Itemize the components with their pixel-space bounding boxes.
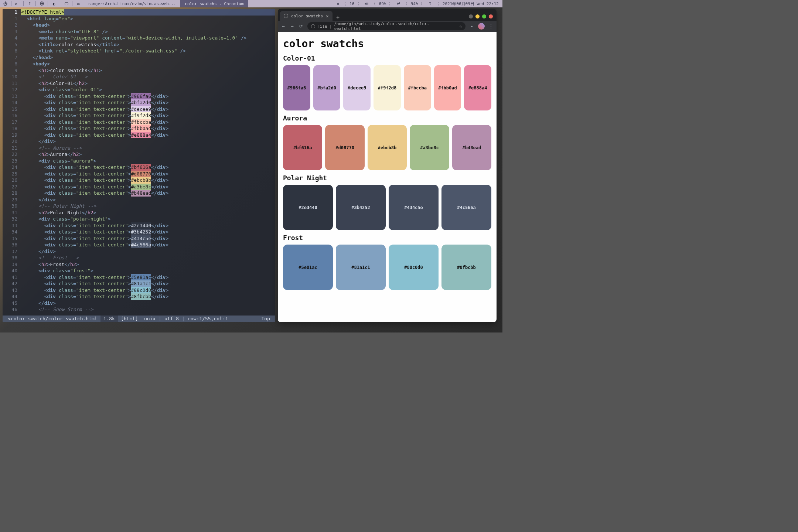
tab-favicon (284, 14, 288, 18)
close-tab-icon[interactable]: × (326, 13, 329, 19)
status-encoding: utf-8 (161, 316, 182, 322)
swatch-row-aurora: #bf616a #d08770 #ebcb8b #a3be8c #b48ead (283, 125, 491, 170)
url-text: /home/gin/web-study/color-swatch/color-s… (334, 21, 455, 31)
window-maximize-icon[interactable] (482, 14, 486, 18)
status-path: <color-swatch/color-swatch.html (5, 316, 100, 322)
taskbar-task-ranger[interactable]: ranger:Arch-Linux/nvim/vim-as-web... (83, 0, 180, 7)
back-icon[interactable]: ← (281, 24, 286, 29)
gutter: 1 (3, 9, 21, 16)
swatch: #bf616a (283, 125, 322, 170)
swatch-row-frost: #5e81ac #81a1c1 #88c0d0 #8fbcbb (283, 245, 491, 290)
circle-half-icon[interactable]: ◐ (49, 0, 59, 7)
swatch: #decee9 (343, 65, 371, 110)
taskbar-task-chromium[interactable]: color swatchs - Chromium (180, 0, 248, 7)
reload-icon[interactable]: ⟳ (299, 24, 304, 29)
swatch: #434c5e (389, 185, 439, 230)
workspace-indicator: 〈 16 〉 (341, 1, 362, 7)
swatch: #f9f2d8 (374, 65, 401, 110)
swatch: #5e81ac (283, 245, 333, 290)
new-tab-button[interactable]: + (332, 14, 343, 21)
swatch: #81a1c1 (336, 245, 386, 290)
status-size: 1.8k (100, 316, 118, 322)
swatch: #4c566a (441, 185, 491, 230)
swatch: #b48ead (452, 125, 491, 170)
group-heading-aurora: Aurora (283, 114, 491, 122)
tab-title: color swatchs (291, 14, 323, 18)
editor-statusline: <color-swatch/color-swatch.html 1.8k [ht… (3, 316, 275, 322)
swatch: #e888a4 (464, 65, 491, 110)
group-heading-frost: Frost (283, 234, 491, 242)
forward-icon[interactable]: → (290, 24, 295, 29)
group-heading-polar-night: Polar Night (283, 174, 491, 182)
swatch: #966fa6 (283, 65, 310, 110)
swatch: #a3be8c (410, 125, 449, 170)
star-icon: ✱ (336, 1, 340, 6)
menu-icon[interactable]: ⋮ (488, 24, 494, 29)
volume-value: 〈 69% 〉 (371, 1, 394, 7)
swatch: #bfa2d0 (313, 65, 341, 110)
help-icon[interactable]: ? (24, 0, 35, 7)
layout-icon[interactable]: ▭ (73, 0, 83, 7)
group-heading-color01: Color-01 (283, 54, 491, 62)
battery-icon: 🗲 (396, 1, 401, 6)
swatch: #fbccba (404, 65, 431, 110)
browser-window[interactable]: color swatchs × + ← → ⟳ ⓘ File | /home/g… (278, 9, 497, 322)
window-minimize-icon[interactable] (475, 14, 480, 18)
bookmark-icon[interactable]: ☆ (459, 24, 462, 29)
page-title: color swatchs (283, 38, 491, 50)
calendar-icon: 🗓︎ (427, 1, 433, 6)
status-filetype: [html] (118, 316, 141, 322)
swatch: #d08770 (325, 125, 364, 170)
volume-icon[interactable]: 🔊︎ (364, 1, 369, 6)
taskbar-left: ⏻ >_ ? 🌐︎ ◐ 🖵︎ ▭ ranger:Arch-Linux/nvim/… (0, 0, 248, 7)
clock: 〈 2021年06月09日 Wed 22:12 (434, 1, 500, 7)
browser-viewport[interactable]: color swatchs Color-01 #966fa6 #bfa2d0 #… (278, 32, 497, 322)
url-scheme: File (317, 24, 327, 29)
window-close-icon[interactable] (489, 14, 493, 18)
info-icon[interactable]: ⓘ (311, 24, 315, 29)
globe-icon[interactable]: 🌐︎ (37, 0, 47, 7)
swatch: #2e3440 (283, 185, 333, 230)
taskbar-right: ✱ 〈 16 〉 🔊︎ 〈 69% 〉 🗲 〈 94% 〉 🗓︎ 〈 2021年… (336, 1, 502, 7)
power-icon[interactable]: ⏻ (0, 0, 10, 7)
terminal-icon[interactable]: >_ (12, 0, 23, 7)
profile-avatar[interactable] (478, 23, 485, 30)
browser-tabbar: color swatchs × + (278, 9, 497, 21)
swatch: #3b4252 (336, 185, 386, 230)
address-bar[interactable]: ⓘ File | /home/gin/web-study/color-swatc… (307, 22, 466, 30)
code-area[interactable]: 1<!DOCTYPE html> 1 <html lang="en"> 2 <h… (3, 9, 275, 313)
taskbar: ⏻ >_ ? 🌐︎ ◐ 🖵︎ ▭ ranger:Arch-Linux/nvim/… (0, 0, 502, 7)
editor-pane[interactable]: 1<!DOCTYPE html> 1 <html lang="en"> 2 <h… (3, 9, 275, 322)
browser-toolbar: ← → ⟳ ⓘ File | /home/gin/web-study/color… (278, 21, 497, 32)
swatch: #fbb0ad (434, 65, 461, 110)
monitor-icon[interactable]: 🖵︎ (61, 0, 71, 7)
window-placeholder-icon (469, 14, 473, 18)
swatch: #ebcb8b (368, 125, 407, 170)
swatch-row-polar-night: #2e3440 #3b4252 #434c5e #4c566a (283, 185, 491, 230)
status-scroll: Top (259, 316, 273, 322)
status-fileformat: unix (141, 316, 158, 322)
swatch: #88c0d0 (389, 245, 439, 290)
browser-tab[interactable]: color swatchs × (280, 11, 332, 21)
battery-value: 〈 94% 〉 (403, 1, 426, 7)
swatch-row-color01: #966fa6 #bfa2d0 #decee9 #f9f2d8 #fbccba … (283, 65, 491, 110)
extensions-icon[interactable]: ✦ (469, 24, 474, 29)
swatch: #8fbcbb (441, 245, 491, 290)
status-position: row:1/55,col:1 (185, 316, 231, 322)
